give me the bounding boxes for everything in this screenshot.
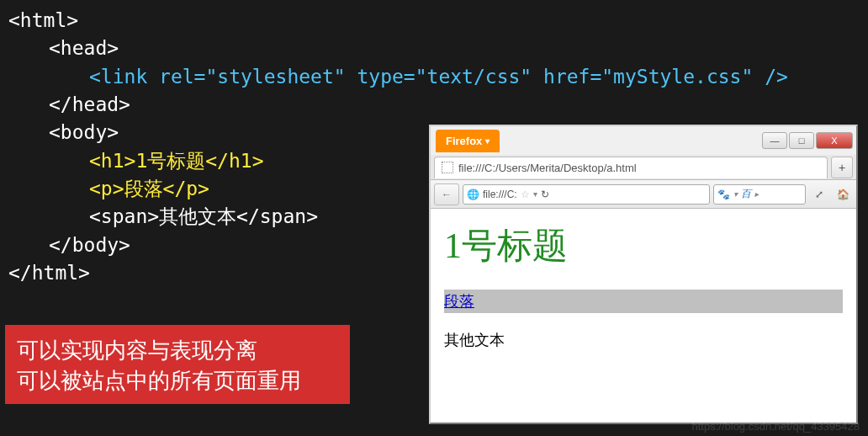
search-engine-icon: 🐾 [717,189,730,200]
fullscreen-button[interactable]: ⤢ [809,184,829,205]
window-controls: — □ X [762,132,856,149]
nav-bar: ← 🌐 file:///C: ☆ ▾ ↻ 🐾 ▾ 百 ▸ ⤢ 🏠 [431,180,856,209]
titlebar: Firefox — □ X [431,126,856,155]
rendered-p: 段落 [444,290,843,313]
search-go-icon[interactable]: ▸ [754,189,759,199]
browser-window: Firefox — □ X file:///C:/Users/Merita/De… [429,125,858,424]
globe-icon: 🌐 [467,189,479,200]
tab-strip: file:///C:/Users/Merita/Desktop/a.html + [431,155,856,180]
note-box: 可以实现内容与表现分离 可以被站点中的所有页面重用 [5,325,350,404]
rendered-h1: 1号标题 [444,222,843,269]
bookmark-icon[interactable]: ☆ [521,189,530,200]
browser-tab[interactable]: file:///C:/Users/Merita/Desktop/a.html [434,157,828,178]
dropdown-icon[interactable]: ▾ [733,189,738,199]
firefox-menu-button[interactable]: Firefox [436,130,500,152]
page-viewport: 1号标题 段落 其他文本 [431,209,856,423]
dropdown-icon[interactable]: ▾ [533,189,537,199]
code-line: <html> [8,7,788,35]
refresh-icon[interactable]: ↻ [541,189,549,200]
note-line: 可以被站点中的所有页面重用 [17,365,338,396]
maximize-button[interactable]: □ [789,132,814,149]
close-button[interactable]: X [816,132,853,149]
minimize-button[interactable]: — [762,132,787,149]
search-input[interactable]: 🐾 ▾ 百 ▸ [713,184,806,205]
search-placeholder: 百 [741,187,751,201]
document-icon [442,162,453,173]
watermark: https://blog.csdn.net/qq_43395428 [692,420,860,433]
tab-title: file:///C:/Users/Merita/Desktop/a.html [458,162,637,174]
code-line-link: <link rel="stylesheet" type="text/css" h… [89,63,788,91]
note-line: 可以实现内容与表现分离 [17,335,338,365]
new-tab-button[interactable]: + [831,157,853,178]
home-button[interactable]: 🏠 [833,184,853,205]
code-line: <head> [49,35,788,62]
code-line: </head> [49,91,788,119]
url-input[interactable]: 🌐 file:///C: ☆ ▾ ↻ [463,184,710,205]
rendered-span: 其他文本 [444,330,843,350]
url-text: file:///C: [483,189,517,200]
back-button[interactable]: ← [434,183,459,205]
